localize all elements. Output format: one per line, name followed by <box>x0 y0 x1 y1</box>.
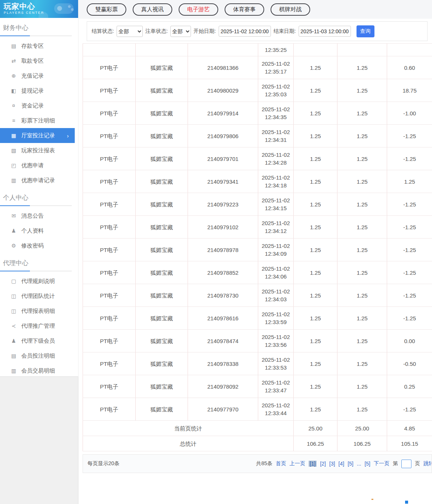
platform-cell: PT电子 <box>83 102 136 125</box>
bet-date: 2025-11-02 <box>258 174 293 181</box>
sidebar-section-title: 财务中心 <box>3 24 78 32</box>
end-date-input[interactable] <box>299 26 351 37</box>
nav-tab[interactable]: 真人视讯 <box>133 3 172 16</box>
sidebar-item-agent-members[interactable]: ♟代理下级会员 <box>0 333 78 348</box>
app-logo: 玩家中心 PLAYERS CENTER <box>0 0 78 18</box>
jump-button[interactable]: 跳转 <box>423 460 432 467</box>
summary-win-loss: 4.85 <box>387 421 432 436</box>
page-link[interactable]: [4] <box>339 461 345 467</box>
time-cell: 2025-11-0212:34:18 <box>258 170 294 193</box>
platform-cell: PT电子 <box>83 216 136 239</box>
time-cell: 2025-11-0212:34:09 <box>258 239 294 261</box>
empty-cell <box>83 44 136 56</box>
sidebar-item-agent-rules[interactable]: ▢代理规则说明 <box>0 274 78 289</box>
platform-cell: PT电子 <box>83 261 136 284</box>
first-page-link[interactable]: 首页 <box>276 460 286 467</box>
sidebar-item-promo-apply[interactable]: ◰优惠申请 <box>0 158 78 173</box>
sidebar-item-cashout-record[interactable]: ◧提现记录 <box>0 83 78 98</box>
game-cell: 狐媚宝藏 <box>136 239 188 261</box>
empty-cell <box>136 44 188 56</box>
win-loss-cell: -1.25 <box>387 239 432 261</box>
next-page-link[interactable]: 下一页 <box>374 460 389 467</box>
game-cell: 狐媚宝藏 <box>136 147 188 170</box>
table-row: PT电子狐媚宝藏21409789782025-11-0212:34:091.25… <box>83 239 432 261</box>
time-cell: 2025-11-0212:34:03 <box>258 284 294 307</box>
deposit-card-icon: ▤ <box>10 43 17 49</box>
sidebar-item-withdraw[interactable]: ⇄取款专区 <box>0 53 78 68</box>
order-status-select[interactable]: 全部 <box>170 26 191 37</box>
sidebar-item-recharge-record[interactable]: ⊕充值记录 <box>0 68 78 83</box>
bet-time: 12:34:09 <box>258 250 293 258</box>
win-loss-cell: -1.25 <box>387 216 432 239</box>
sidebar-item-agent-team-stats[interactable]: ◫代理团队统计 <box>0 289 78 304</box>
table-row: PT电子狐媚宝藏21409779702025-11-0212:33:441.25… <box>83 398 432 421</box>
sidebar-item-funds-record[interactable]: ¤资金记录 <box>0 98 78 113</box>
floating-widget-fragment <box>371 499 373 500</box>
time-cell: 2025-11-0212:33:56 <box>258 330 294 352</box>
game-cell: 狐媚宝藏 <box>136 307 188 330</box>
current-page-link[interactable]: [1] <box>309 461 317 467</box>
valid-bet-cell: 1.25 <box>337 330 387 352</box>
bet-time: 12:34:35 <box>258 113 293 121</box>
nav-tab[interactable]: 雙赢彩票 <box>87 3 126 16</box>
sidebar-item-change-password[interactable]: ⚙修改密码 <box>0 238 78 253</box>
settle-status-select[interactable]: 全部 <box>117 26 143 37</box>
sidebar-item-lottery-detail[interactable]: ≡彩票下注明细 <box>0 113 78 128</box>
empty-cell <box>337 44 387 56</box>
sidebar-item-agent-promo[interactable]: ≺代理推广管理 <box>0 318 78 333</box>
valid-bet-cell: 1.25 <box>337 125 387 147</box>
floating-widget-fragment-blue[interactable] <box>405 501 408 504</box>
sidebar-item-label: 充值记录 <box>21 72 44 80</box>
bet-date: 2025-11-02 <box>258 401 293 409</box>
order-no-cell: 2140978338 <box>188 352 258 375</box>
jump-page-input[interactable] <box>401 460 411 468</box>
bet-date: 2025-11-02 <box>258 196 293 204</box>
sidebar-item-label: 代理报表明细 <box>21 308 55 315</box>
time-cell: 2025-11-0212:34:28 <box>258 147 294 170</box>
total-count-text: 共85条 <box>256 460 272 467</box>
start-date-input[interactable] <box>219 26 271 37</box>
agent-team-stats-icon: ◫ <box>10 293 17 299</box>
valid-bet-cell: 1.25 <box>337 352 387 375</box>
last-page-link[interactable]: [5] <box>364 461 370 467</box>
sidebar-item-announcement[interactable]: ✉消息公告 <box>0 208 78 223</box>
win-loss-cell: -1.25 <box>387 307 432 330</box>
table-row: PT电子狐媚宝藏21409798062025-11-0212:34:311.25… <box>83 125 432 147</box>
nav-tab[interactable]: 棋牌对战 <box>271 3 310 16</box>
win-loss-cell: -0.50 <box>387 352 432 375</box>
filter-panel: 结算状态: 全部 注单状态: 全部 开始日期: 结束日期: 查询 <box>87 21 428 41</box>
sidebar-item-profile[interactable]: ♟个人资料 <box>0 223 78 238</box>
summary-win-loss: 105.15 <box>387 436 432 451</box>
nav-tab[interactable]: 体育赛事 <box>225 3 264 16</box>
order-no-cell: 2140977970 <box>188 398 258 421</box>
sidebar-item-hall-bet-record[interactable]: ▦厅室投注记录› <box>0 128 75 143</box>
sidebar-item-member-bets[interactable]: ▤会员投注明细 <box>0 348 78 363</box>
game-cell: 狐媚宝藏 <box>136 352 188 375</box>
prev-page-link[interactable]: 上一页 <box>290 460 305 467</box>
sidebar-item-label: 个人资料 <box>21 227 44 234</box>
order-no-cell: 2140979701 <box>188 147 258 170</box>
platform-cell: PT电子 <box>83 239 136 261</box>
nav-tab[interactable]: 电子游艺 <box>179 3 218 16</box>
sidebar-item-player-report[interactable]: ▧玩家投注报表 <box>0 143 78 158</box>
valid-bet-cell: 1.25 <box>337 79 387 102</box>
bet-amount-cell: 1.25 <box>294 330 337 352</box>
search-button[interactable]: 查询 <box>357 25 374 37</box>
bet-amount-cell: 1.25 <box>294 79 337 102</box>
sidebar-item-label: 会员投注明细 <box>21 352 55 360</box>
page-link[interactable]: [2] <box>320 461 326 467</box>
sidebar-item-member-trans[interactable]: ▥会员交易明细 <box>0 363 78 378</box>
sidebar-item-promo-record[interactable]: ▥优惠申请记录 <box>0 173 78 188</box>
page-link[interactable]: [3] <box>329 461 335 467</box>
sidebar-item-agent-report[interactable]: ◫代理报表明细 <box>0 304 78 318</box>
valid-bet-cell: 1.25 <box>337 102 387 125</box>
order-no-cell: 2140979223 <box>188 193 258 216</box>
bet-amount-cell: 1.25 <box>294 170 337 193</box>
valid-bet-cell: 1.25 <box>337 216 387 239</box>
platform-cell: PT电子 <box>83 147 136 170</box>
promo-apply-icon: ◰ <box>10 162 17 168</box>
sidebar-item-deposit-card[interactable]: ▤存款专区 <box>0 38 78 53</box>
announcement-icon: ✉ <box>10 213 17 219</box>
page-link[interactable]: [5] <box>348 461 354 467</box>
total-summary-row: 总统计106.25106.25105.15 <box>83 436 432 451</box>
